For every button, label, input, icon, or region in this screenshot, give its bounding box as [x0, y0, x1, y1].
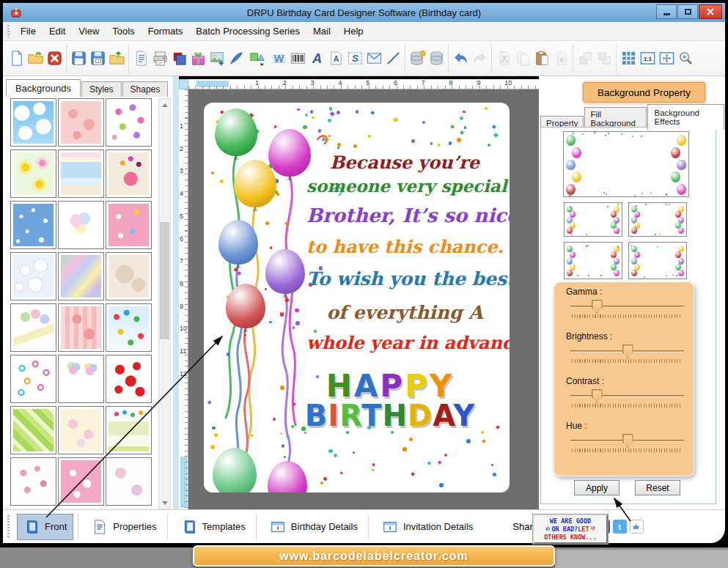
zoom-tool-button[interactable] — [676, 48, 695, 70]
bottom-button-templates[interactable]: Templates — [175, 514, 251, 539]
teddy-background-thumbnail[interactable] — [106, 252, 152, 300]
signature-button[interactable]: S — [345, 48, 364, 70]
background-preview-large[interactable] — [563, 131, 689, 197]
bottom-button-properties[interactable]: Properties — [86, 514, 162, 539]
export-file-button[interactable] — [107, 48, 126, 70]
hueslider-track[interactable] — [570, 440, 684, 442]
open-file-button[interactable] — [26, 48, 45, 70]
h-ruler-number: 3 — [311, 79, 315, 86]
twitter-icon[interactable]: t — [613, 520, 627, 534]
reset-button[interactable]: Reset — [635, 480, 680, 495]
scrollbar-thumb[interactable] — [160, 222, 169, 339]
background-preview-4[interactable] — [628, 242, 687, 279]
pen-tool-button[interactable] — [227, 48, 246, 70]
database-add-button[interactable] — [408, 48, 427, 70]
gift-button[interactable] — [188, 48, 207, 70]
tab-shapes[interactable]: Shapes — [122, 81, 169, 97]
print-button[interactable] — [150, 48, 169, 70]
undo-button[interactable] — [451, 48, 470, 70]
menu-view[interactable]: View — [72, 22, 106, 40]
backgrounds-scrollbar[interactable] — [158, 98, 171, 509]
scroll-down-icon[interactable] — [159, 497, 170, 509]
menu-batch-processing-series[interactable]: Batch Processing Series — [189, 22, 306, 40]
background-preview-2[interactable] — [628, 202, 687, 237]
save-button[interactable] — [69, 48, 88, 70]
shapes-tool-button[interactable] — [246, 48, 269, 70]
menu-mail[interactable]: Mail — [306, 22, 337, 40]
pink-birthday-background-thumbnail[interactable] — [106, 201, 152, 249]
barcode-button[interactable] — [288, 48, 307, 70]
menu-tools[interactable]: Tools — [106, 22, 141, 40]
feedback-badge[interactable]: WE ARE GOOD OR BAD?LET OTHERS KNOW... — [533, 514, 608, 544]
menu-help[interactable]: Help — [337, 22, 370, 40]
apply-button[interactable]: Apply — [574, 480, 619, 495]
happy-birthday-text-background-thumbnail[interactable] — [10, 303, 56, 352]
font-small-button[interactable]: A — [326, 48, 345, 70]
save-as-button[interactable]: I — [88, 48, 107, 70]
brightnessslider-thumb[interactable] — [622, 344, 633, 358]
rainbow-pastel-background-thumbnail[interactable] — [58, 252, 104, 300]
print-preview-button[interactable] — [131, 48, 150, 70]
gammaslider-track[interactable] — [570, 306, 684, 308]
tab-backgrounds[interactable]: Backgrounds — [6, 79, 81, 97]
birthday-card[interactable]: Because you’resomeone very specialBrothe… — [204, 103, 510, 493]
color-hearts-background-thumbnail[interactable] — [10, 355, 56, 403]
daisies-background-thumbnail[interactable] — [10, 150, 56, 198]
grid-view-button[interactable] — [619, 48, 638, 70]
balloons-sky-background-thumbnail[interactable] — [106, 303, 152, 352]
maximize-button[interactable] — [677, 4, 698, 19]
pink-petals-background-thumbnail[interactable] — [10, 457, 56, 506]
minimize-button[interactable] — [656, 4, 677, 19]
watermark-button[interactable]: W — [269, 48, 288, 70]
green-stripes-background-thumbnail[interactable] — [10, 406, 56, 454]
pastel-balloons-background-thumbnail[interactable] — [58, 201, 104, 249]
fit-to-window-button[interactable] — [657, 48, 676, 70]
confetti-dot — [210, 445, 215, 449]
bottom-button-invitation-details[interactable]: IInvitation Details — [376, 514, 479, 539]
butterflies-background-thumbnail[interactable] — [106, 98, 152, 147]
new-document-button[interactable] — [7, 48, 26, 70]
insert-image-button[interactable] — [207, 48, 227, 70]
font-large-button[interactable]: A — [307, 48, 326, 70]
bottom-button-birthday-details[interactable]: IBirthday Details — [264, 514, 364, 539]
menu-formats[interactable]: Formats — [141, 22, 190, 40]
gammaslider-thumb[interactable] — [592, 300, 603, 314]
copy-style-button[interactable] — [169, 48, 188, 70]
line-tool-button[interactable] — [383, 48, 402, 70]
panel-splitter[interactable] — [173, 76, 179, 509]
red-hearts-background-thumbnail[interactable] — [106, 355, 152, 403]
party-shells-background-thumbnail[interactable] — [106, 457, 152, 506]
pink-lace-background-thumbnail[interactable] — [58, 457, 104, 506]
contrastslider-track[interactable] — [570, 395, 684, 397]
brightnessslider-track[interactable] — [570, 350, 684, 353]
hueslider-thumb[interactable] — [622, 434, 633, 448]
like-icon[interactable] — [630, 520, 644, 534]
star-sky-background-thumbnail[interactable] — [10, 201, 56, 249]
paste-button[interactable] — [532, 48, 551, 70]
clouds-background-thumbnail[interactable] — [10, 98, 56, 147]
background-preview-3[interactable] — [564, 242, 622, 279]
close-button[interactable] — [699, 4, 722, 19]
mail-envelope-button[interactable] — [364, 48, 383, 70]
balloon-bouquets-background-thumbnail[interactable] — [58, 355, 104, 403]
pink-hearts-background-thumbnail[interactable] — [58, 98, 104, 147]
heart-stripes-background-thumbnail[interactable] — [58, 303, 104, 352]
close-file-button[interactable] — [45, 48, 64, 70]
database-button[interactable] — [427, 48, 446, 70]
bird-balloons-background-thumbnail[interactable] — [106, 150, 152, 198]
menu-file[interactable]: File — [14, 22, 43, 40]
background-preview-1[interactable] — [564, 202, 622, 237]
website-banner[interactable]: www.barcodelabelcreator.com — [193, 545, 555, 567]
cream-cakes-background-thumbnail[interactable] — [58, 406, 104, 454]
pastel-scene-background-thumbnail[interactable] — [58, 150, 104, 198]
tab-background-effects[interactable]: Background Effects — [647, 104, 724, 130]
bottom-button-front[interactable]: Front — [17, 514, 73, 540]
tab-styles[interactable]: Styles — [81, 81, 122, 97]
actual-size-button[interactable]: 1:1 — [638, 48, 657, 70]
bubbles-background-thumbnail[interactable] — [10, 252, 56, 300]
confetti-garden-background-thumbnail[interactable] — [106, 406, 152, 454]
contrastslider-thumb[interactable] — [592, 389, 603, 403]
scroll-up-icon[interactable] — [159, 99, 170, 111]
svg-text:I: I — [98, 59, 98, 63]
menu-edit[interactable]: Edit — [43, 22, 72, 40]
